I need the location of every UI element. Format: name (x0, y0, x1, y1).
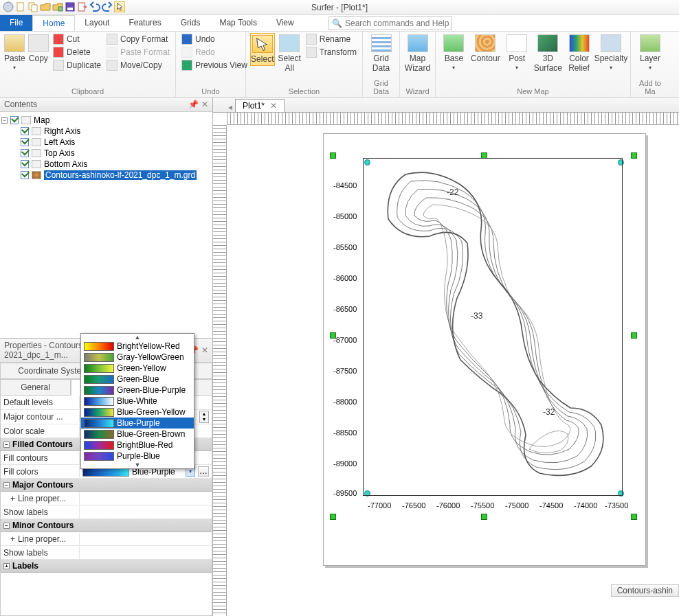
tree-item[interactable]: Right Axis (44, 126, 80, 136)
tab-map-tools[interactable]: Map Tools (210, 15, 266, 31)
section-minor-contours[interactable]: −Minor Contours (1, 519, 212, 532)
fill-colors-more-button[interactable]: … (198, 466, 209, 477)
tree-root[interactable]: Map (34, 115, 49, 125)
tab-layout[interactable]: Layout (75, 15, 119, 31)
open-icon[interactable] (40, 1, 51, 12)
undo-button[interactable]: Undo (180, 33, 249, 45)
tree-item[interactable]: Left Axis (44, 137, 75, 147)
colormap-option[interactable]: BrightBlue-Red (81, 440, 194, 450)
drawing-canvas[interactable]: -22 -33 -32 -84500 -85000 -85500 -86000 … (213, 113, 679, 616)
new-window-icon[interactable] (27, 1, 38, 12)
close-icon[interactable]: ✕ (201, 100, 208, 109)
scroll-down-icon[interactable]: ▼ (81, 461, 194, 468)
open-grid-icon[interactable] (52, 1, 63, 12)
redo-icon[interactable] (102, 1, 113, 12)
pointer-icon[interactable] (114, 1, 125, 12)
layer-icon (640, 34, 660, 52)
color-relief-button[interactable]: Color Relief (565, 33, 593, 74)
prop-line-props2[interactable]: Line proper... (18, 534, 66, 544)
file-menu[interactable]: File (0, 15, 32, 31)
checkbox[interactable] (21, 149, 29, 157)
colormap-option[interactable]: Blue-Green-Yellow (81, 407, 194, 418)
close-tab-icon[interactable]: ✕ (270, 101, 277, 111)
checkbox[interactable] (21, 160, 29, 168)
section-major-contours[interactable]: −Major Contours (1, 479, 212, 492)
layer-button[interactable]: Layer▾ (635, 33, 665, 72)
specialty-button[interactable]: Specialty▾ (596, 33, 626, 72)
selection-handle[interactable] (631, 332, 637, 339)
colormap-option[interactable]: BrightYellow-Red (81, 341, 194, 352)
tab-features[interactable]: Features (119, 15, 170, 31)
colormap-dropdown[interactable]: ▲ BrightYellow-RedGray-YellowGreenGreen-… (80, 333, 194, 469)
colormap-name: BrightYellow-Red (117, 341, 180, 351)
colormap-name: Green-Blue (117, 374, 159, 384)
checkbox[interactable] (21, 138, 29, 146)
section-labels[interactable]: +Labels (1, 560, 212, 573)
colormap-option[interactable]: Blue-Green-Brown (81, 429, 194, 440)
select-button[interactable]: Select (250, 33, 275, 66)
undo-icon[interactable] (89, 1, 100, 12)
tab-general[interactable]: General (0, 379, 71, 396)
close-icon[interactable]: ✕ (201, 345, 208, 355)
checkbox[interactable] (10, 116, 19, 124)
tab-grids[interactable]: Grids (171, 15, 210, 31)
scroll-up-icon[interactable]: ▲ (81, 334, 194, 341)
cut-button[interactable]: Cut (52, 33, 102, 45)
tree-collapse-icon[interactable]: − (1, 117, 8, 124)
previous-view-button[interactable]: Previous View (180, 59, 249, 71)
save-icon[interactable] (65, 1, 76, 12)
tree-item[interactable]: Top Axis (44, 148, 75, 158)
tab-home[interactable]: Home (32, 15, 75, 31)
contour-button[interactable]: Contour (471, 33, 500, 65)
map-wizard-button[interactable]: Map Wizard (404, 33, 431, 74)
colormap-option[interactable]: Blue-White (81, 396, 194, 407)
tab-view[interactable]: View (267, 15, 304, 31)
document-tab[interactable]: Plot1*✕ (235, 99, 285, 112)
svg-text:-32: -32 (543, 407, 555, 417)
redo-button[interactable]: Redo (180, 46, 249, 58)
colormap-option[interactable]: Green-Blue (81, 374, 194, 385)
selection-handle[interactable] (330, 152, 336, 159)
copy-format-button[interactable]: Copy Format (105, 33, 171, 45)
prop-fill-contours-label: Fill contours (1, 452, 80, 464)
prop-line-props[interactable]: Line proper... (18, 494, 66, 503)
help-search[interactable]: 🔍 (329, 16, 452, 30)
spinner[interactable]: ▲▼ (199, 411, 209, 423)
export-icon[interactable] (77, 1, 88, 12)
new-icon[interactable] (15, 1, 26, 12)
delete-button[interactable]: Delete (52, 46, 102, 58)
contents-tree[interactable]: −Map Right Axis Left Axis Top Axis Botto… (0, 112, 212, 339)
selection-handle[interactable] (631, 514, 637, 520)
post-button[interactable]: Post▾ (503, 33, 531, 72)
y-tick: -85000 (333, 212, 357, 220)
paste-format-button[interactable]: Paste Format (105, 46, 171, 58)
duplicate-button[interactable]: Duplicate (52, 59, 102, 71)
copy-button[interactable]: Copy (28, 33, 49, 65)
transform-button[interactable]: Transform (304, 46, 358, 58)
grid-data-button[interactable]: Grid Data (367, 33, 395, 74)
checkbox[interactable] (21, 127, 29, 135)
move-copy-button[interactable]: Move/Copy (105, 59, 171, 71)
pin-icon[interactable]: 📌 (188, 100, 199, 109)
selection-handle[interactable] (330, 514, 336, 520)
select-all-button[interactable]: Select All (278, 33, 302, 74)
rename-button[interactable]: Rename (304, 33, 358, 45)
base-button[interactable]: Base▾ (440, 33, 468, 72)
paste-button[interactable]: Paste▾ (4, 33, 25, 72)
checkbox[interactable] (21, 171, 29, 179)
svg-point-0 (3, 2, 13, 12)
tree-item-selected[interactable]: Contours-ashinoko-lf-2021_dpc_1_m.grd (44, 170, 197, 180)
y-tick: -89500 (333, 489, 357, 497)
colormap-option[interactable]: Gray-YellowGreen (81, 352, 194, 363)
app-orb-icon[interactable] (3, 1, 14, 12)
help-search-input[interactable] (345, 19, 449, 28)
tree-item[interactable]: Bottom Axis (44, 159, 87, 169)
selection-handle[interactable] (631, 152, 637, 159)
contour-map: -22 -33 -32 (364, 154, 625, 518)
colormap-option[interactable]: Purple-Blue (81, 450, 194, 461)
tab-nav-left-icon[interactable]: ◂ (225, 102, 235, 112)
colormap-option[interactable]: Green-Blue-Purple (81, 385, 194, 396)
colormap-option[interactable]: Blue-Purple (81, 418, 194, 429)
surface3d-button[interactable]: 3D Surface (534, 33, 562, 74)
colormap-option[interactable]: Green-Yellow (81, 363, 194, 374)
